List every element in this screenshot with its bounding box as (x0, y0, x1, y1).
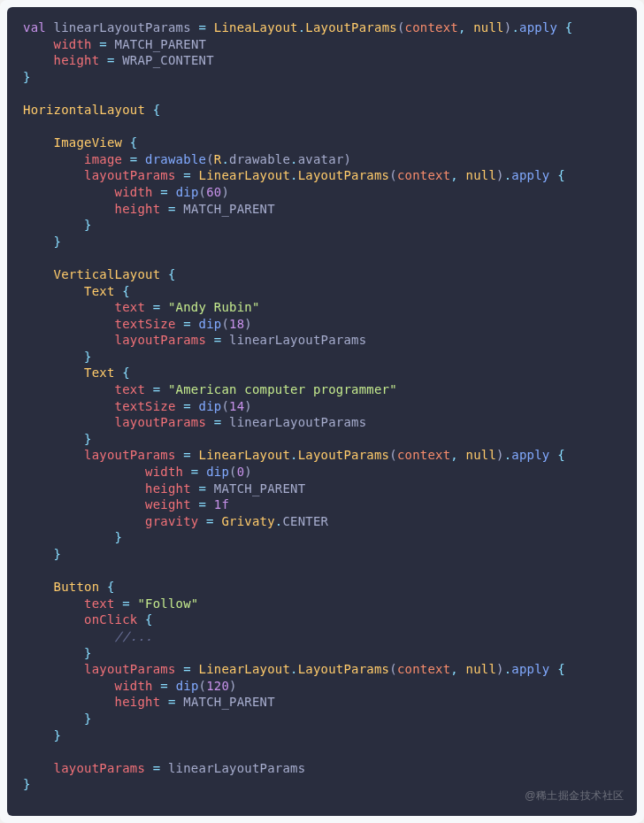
code-content: val linearLayoutParams = LineaLayout.Lay… (23, 19, 621, 793)
code-block[interactable]: val linearLayoutParams = LineaLayout.Lay… (7, 7, 637, 816)
code-card: val linearLayoutParams = LineaLayout.Lay… (0, 0, 644, 823)
